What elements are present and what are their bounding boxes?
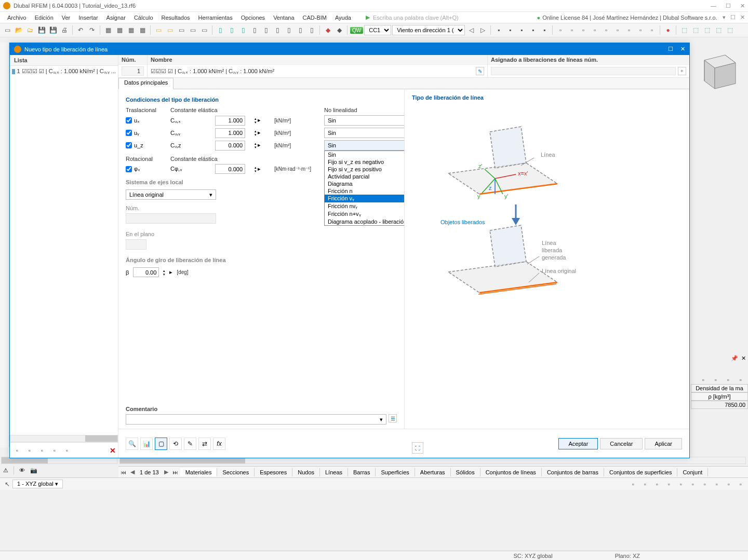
tb-v8-icon[interactable]: ▫ <box>635 25 646 35</box>
nl-option-9[interactable]: Diagrama acoplado - liberación permanent… <box>325 218 405 225</box>
tb-m5-icon[interactable]: ▪ <box>539 25 550 35</box>
nl-uy-combo[interactable]: Sin▾ <box>324 128 405 138</box>
dialog-close-icon[interactable]: ✕ <box>680 46 685 52</box>
spin-cuz[interactable]: ▴▾ <box>255 142 257 149</box>
tb-m1-icon[interactable]: ▪ <box>493 25 504 35</box>
dlg-tool-1-icon[interactable]: 🔍 <box>126 438 138 450</box>
tb-v2-icon[interactable]: ▫ <box>567 25 577 35</box>
spin-beta[interactable]: ▴▾ <box>163 269 165 276</box>
list-new-icon[interactable]: ▫ <box>12 445 22 456</box>
bt-arrow-icon[interactable]: ↖ <box>2 479 12 489</box>
tb-b5-icon[interactable]: ▯ <box>261 25 271 35</box>
tb-m3-icon[interactable]: ▪ <box>516 25 527 35</box>
pin-icon[interactable]: 📌 <box>731 355 738 362</box>
list-copy-icon[interactable]: ▫ <box>24 445 35 456</box>
tab-conjunt[interactable]: Conjunt <box>677 468 708 476</box>
tab-aberturas[interactable]: Aberturas <box>415 468 451 476</box>
tb-cube1-icon[interactable]: ⬚ <box>679 25 689 35</box>
bt-i10[interactable]: ▫ <box>736 479 746 489</box>
coord-system-combo[interactable]: 1 - XYZ global ▾ <box>12 480 63 488</box>
menu-ventana[interactable]: Ventana <box>269 15 298 21</box>
tb-open-icon[interactable]: 📂 <box>14 25 24 35</box>
nl-option-4[interactable]: Diagrama <box>325 180 405 187</box>
dlg-tool-4-icon[interactable]: ⟲ <box>169 438 182 450</box>
tab-espesores[interactable]: Espesores <box>255 468 292 476</box>
tb-grid4-icon[interactable]: ▦ <box>137 25 148 35</box>
check-uz[interactable]: u_z <box>126 142 167 148</box>
nl-option-0[interactable]: Sin <box>325 151 405 158</box>
menu-resultados[interactable]: Resultados <box>157 15 194 21</box>
wind-combo[interactable]: Viento en dirección 1 (A-... <box>392 25 465 35</box>
tb-cube4-icon[interactable]: ⬚ <box>713 25 724 35</box>
nav-first-icon[interactable]: ⏮ <box>118 469 128 475</box>
menu-ver[interactable]: Ver <box>58 15 75 21</box>
nav-last-icon[interactable]: ⏭ <box>170 469 180 475</box>
p-icon4[interactable]: ▫ <box>736 375 746 385</box>
tb-undo-icon[interactable]: ↶ <box>75 25 86 35</box>
tab-conjsuperf[interactable]: Conjuntos de superficies <box>604 468 677 476</box>
dialog-maximize-icon[interactable]: ☐ <box>668 46 673 52</box>
combo-comentario[interactable]: ▾ <box>126 414 386 425</box>
dlg-tool-7-icon[interactable]: fx <box>213 438 225 450</box>
close-icon[interactable]: ✕ <box>740 3 745 9</box>
bt-i6[interactable]: ▫ <box>688 479 698 489</box>
nl-uz-combo[interactable]: Sin▾ SinFijo si v_z es negativoFijo si v… <box>324 140 405 151</box>
nl-ux-combo[interactable]: Sin▾ <box>324 115 405 126</box>
minimize-icon[interactable]: — <box>711 3 716 9</box>
tb-print-icon[interactable]: 🖨 <box>59 25 70 35</box>
tb-s3-icon[interactable]: ▭ <box>176 25 186 35</box>
bt-i9[interactable]: ▫ <box>724 479 734 489</box>
p-icon1[interactable]: ▫ <box>698 375 709 385</box>
bt-i3[interactable]: ▫ <box>652 479 662 489</box>
combo-linea-original[interactable]: Línea original▾ <box>126 189 216 200</box>
tb-b8-icon[interactable]: ▯ <box>295 25 305 35</box>
tab-superficies[interactable]: Superficies <box>376 468 415 476</box>
tb-b1-icon[interactable]: ▯ <box>215 25 225 35</box>
tb-v1-icon[interactable]: ▫ <box>555 25 566 35</box>
tb-c1-icon[interactable]: ● <box>663 25 673 35</box>
tb-b4-icon[interactable]: ▯ <box>249 25 260 35</box>
bt-i2[interactable]: ▫ <box>640 479 650 489</box>
check-ux[interactable]: uₓ <box>126 117 167 124</box>
cc-combo[interactable]: CC10 <box>364 25 391 35</box>
input-cphix[interactable] <box>215 164 245 174</box>
dlg-tool-5-icon[interactable]: ✎ <box>184 438 196 450</box>
input-beta[interactable] <box>133 267 159 277</box>
tb-v6-icon[interactable]: ▫ <box>612 25 623 35</box>
btn-aplicar[interactable]: Aplicar <box>645 438 682 449</box>
tb-nav-l-icon[interactable]: ◁ <box>466 25 476 35</box>
close-panel-icon[interactable]: ✕ <box>741 355 746 362</box>
list-i4[interactable]: ▫ <box>49 445 60 456</box>
menu-archivo[interactable]: Archivo <box>3 15 31 21</box>
tb-v7-icon[interactable]: ▫ <box>624 25 634 35</box>
nav-prev-icon[interactable]: ◀ <box>128 469 137 475</box>
list-item-1[interactable]: 1 ☑☑☑ ☑ | Cᵤ,ₓ : 1.000 kN/m² | Cᵤ,ᵧ ... <box>12 68 116 75</box>
eye-icon[interactable]: 👁 <box>19 467 25 473</box>
tb-recent-icon[interactable]: 🗂 <box>25 25 35 35</box>
bt-i4[interactable]: ▫ <box>664 479 674 489</box>
nl-option-2[interactable]: Fijo si v_z es positivo <box>325 166 405 173</box>
btn-aceptar[interactable]: Aceptar <box>558 438 598 449</box>
tb-redo-icon[interactable]: ↷ <box>87 25 97 35</box>
spin-cuy[interactable]: ▴▾ <box>255 129 257 136</box>
list-i5[interactable]: ▫ <box>62 445 72 456</box>
spin-cux[interactable]: ▴▾ <box>255 117 257 124</box>
nav-next-icon[interactable]: ▶ <box>162 469 170 475</box>
camera-icon[interactable]: 📷 <box>30 467 37 474</box>
arrow-cux-icon[interactable]: ▸ <box>258 117 261 124</box>
tb-b6-icon[interactable]: ▯ <box>272 25 283 35</box>
arrow-beta-icon[interactable]: ▸ <box>169 269 172 276</box>
bt-i1[interactable]: ▫ <box>628 479 638 489</box>
list-scroll[interactable] <box>10 435 118 442</box>
tb-grid2-icon[interactable]: ▦ <box>114 25 125 35</box>
nl-option-1[interactable]: Fijo si v_z es negativo <box>325 158 405 166</box>
tb-b9-icon[interactable]: ▯ <box>306 25 317 35</box>
pick-asignado-icon[interactable]: ⌖ <box>678 67 686 75</box>
check-uy[interactable]: uᵧ <box>126 130 167 136</box>
tb-s4-icon[interactable]: ▭ <box>188 25 198 35</box>
tab-conjlineas[interactable]: Conjuntos de líneas <box>480 468 542 476</box>
tab-barras[interactable]: Barras <box>348 468 376 476</box>
p-icon3[interactable]: ▫ <box>723 375 733 385</box>
tb-s5-icon[interactable]: ▭ <box>199 25 209 35</box>
tb-save-icon[interactable]: 💾 <box>36 25 47 35</box>
